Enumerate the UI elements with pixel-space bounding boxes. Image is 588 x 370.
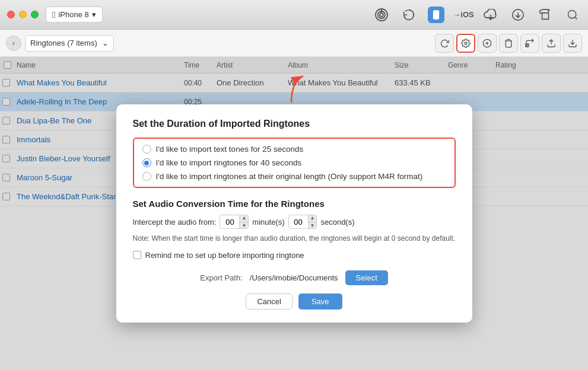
svg-point-9 — [568, 10, 576, 18]
radio-circle-3 — [142, 172, 151, 181]
radio-label-2: I'd like to import ringtones for 40 seco… — [156, 158, 302, 167]
minute-spinner[interactable]: ▲ ▼ — [220, 215, 249, 229]
note-text: Note: When the start time is longer than… — [133, 234, 456, 244]
back-button[interactable]: ‹ — [6, 36, 21, 51]
radio-circle-2 — [142, 158, 151, 167]
category-label: Ringtones (7 items) — [30, 39, 97, 47]
minute-down[interactable]: ▼ — [240, 222, 248, 229]
second-label: second(s) — [320, 218, 354, 227]
second-up[interactable]: ▲ — [309, 215, 317, 222]
dialog-title-2: Set Audio Conversion Time for the Ringto… — [133, 199, 456, 209]
remind-checkbox[interactable] — [133, 251, 141, 259]
toolbar-actions — [435, 34, 582, 53]
radio-option-3[interactable]: I'd like to import ringtones at their or… — [142, 172, 446, 181]
second-spinner[interactable]: ▲ ▼ — [288, 215, 317, 229]
intercept-row: Intercept the audio from: ▲ ▼ minute(s) … — [133, 215, 456, 229]
minimize-button[interactable] — [19, 11, 27, 18]
titlebar:  iPhone 8 ▾ — [0, 0, 588, 30]
select-button[interactable]: Select — [345, 270, 388, 285]
radio-circle-1 — [142, 145, 151, 154]
svg-line-10 — [575, 17, 577, 19]
radio-group: I'd like to import text tones for 25 sec… — [133, 138, 456, 188]
category-dropdown[interactable]: Ringtones (7 items) ⌄ — [25, 35, 114, 52]
export-label: Export Path: — [200, 273, 243, 282]
second-value[interactable] — [289, 216, 308, 228]
dialog-title-1: Set the Duration of Imported Ringtones — [133, 119, 456, 129]
titlebar-icons: →iOS — [373, 7, 581, 23]
export-path-value: /Users/imobie/Documents — [250, 273, 338, 282]
toolbar: ‹ Ringtones (7 items) ⌄ — [0, 30, 588, 57]
svg-point-11 — [465, 42, 467, 44]
arrow-indicator — [271, 70, 312, 106]
svg-point-1 — [380, 13, 383, 17]
apple-icon:  — [52, 9, 55, 20]
store-icon[interactable] — [537, 7, 554, 23]
dialog-buttons: Cancel Save — [133, 294, 456, 310]
radio-option-2[interactable]: I'd like to import ringtones for 40 seco… — [142, 158, 446, 167]
close-button[interactable] — [7, 11, 15, 18]
refresh-button[interactable] — [435, 34, 454, 53]
settings-dialog: Set the Duration of Imported Ringtones I… — [116, 104, 472, 323]
device-selector[interactable]:  iPhone 8 ▾ — [46, 7, 103, 23]
maximize-button[interactable] — [31, 11, 39, 18]
history-icon[interactable] — [401, 7, 417, 23]
svg-point-5 — [436, 17, 436, 18]
download-icon[interactable] — [510, 7, 526, 23]
music-icon[interactable] — [373, 7, 390, 23]
import-button[interactable] — [542, 34, 561, 53]
device-icon[interactable] — [428, 7, 444, 23]
export-to-device-button[interactable] — [520, 34, 539, 53]
settings-button[interactable] — [456, 34, 475, 53]
save-button[interactable]: Save — [298, 294, 342, 310]
export-button[interactable] — [563, 34, 582, 53]
remind-checkbox-row[interactable]: Remind me to set up before importing rin… — [133, 251, 456, 260]
search-icon[interactable] — [564, 7, 581, 23]
radio-option-1[interactable]: I'd like to import text tones for 25 sec… — [142, 145, 446, 154]
minute-up[interactable]: ▲ — [240, 215, 248, 222]
second-down[interactable]: ▼ — [309, 222, 317, 229]
remind-label: Remind me to set up before importing rin… — [145, 251, 304, 260]
ios-icon[interactable]: →iOS — [455, 7, 472, 23]
chevron-down-icon: ▾ — [92, 10, 96, 19]
main-content: Name Time Artist Album Size Genre Rating… — [0, 57, 588, 370]
export-path-row: Export Path: /Users/imobie/Documents Sel… — [133, 270, 456, 285]
radio-label-3: I'd like to import ringtones at their or… — [156, 172, 423, 181]
minute-value[interactable] — [220, 216, 239, 228]
device-name: iPhone 8 — [58, 10, 88, 19]
intercept-label: Intercept the audio from: — [133, 218, 217, 227]
cancel-button[interactable]: Cancel — [246, 294, 292, 310]
dropdown-arrow-icon: ⌄ — [102, 39, 109, 47]
add-button[interactable] — [478, 34, 497, 53]
dialog-overlay: Set the Duration of Imported Ringtones I… — [0, 57, 588, 370]
delete-button[interactable] — [499, 34, 518, 53]
traffic-lights — [7, 11, 39, 18]
radio-label-1: I'd like to import text tones for 25 sec… — [156, 145, 304, 154]
minute-label: minute(s) — [252, 218, 284, 227]
cloud-icon[interactable] — [482, 7, 499, 23]
